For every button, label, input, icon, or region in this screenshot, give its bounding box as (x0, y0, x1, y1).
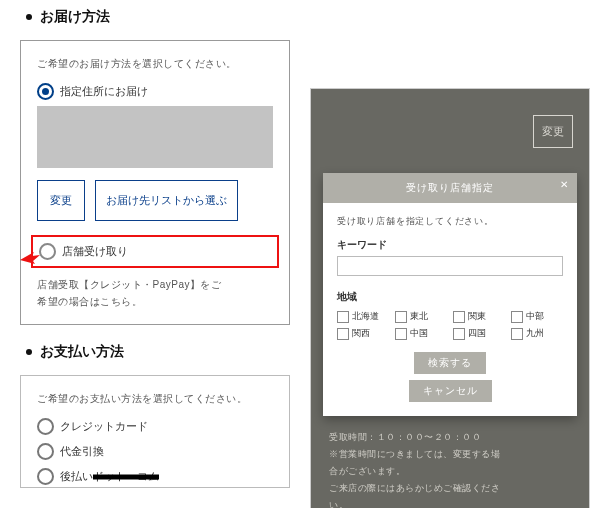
region-checkbox-北海道[interactable]: 北海道 (337, 310, 389, 323)
checkbox-icon (395, 328, 407, 340)
checkbox-icon (337, 328, 349, 340)
payment-panel: ご希望のお支払い方法を選択してください。 クレジットカード 代金引換 後払いドッ… (20, 375, 290, 488)
search-button[interactable]: 検索する (414, 352, 486, 374)
radio-unchecked-icon (37, 468, 54, 485)
delivery-panel: ご希望のお届け方法を選択してください。 指定住所にお届け 変更 お届け先リストか… (20, 40, 290, 325)
region-label: 東北 (410, 310, 428, 323)
section-title-delivery: お届け方法 (26, 8, 290, 26)
section-title-payment: お支払い方法 (26, 343, 290, 361)
radio-label: 代金引換 (60, 444, 104, 459)
region-label: 九州 (526, 327, 544, 340)
checkbox-icon (395, 311, 407, 323)
region-checkbox-中部[interactable]: 中部 (511, 310, 563, 323)
radio-deferred-payment[interactable]: 後払いドット・コム (37, 468, 273, 485)
mobile-modal-backdrop: 変更 受取時間：１０：００〜２０：００ ※営業時間につきましては、変更する場 合… (310, 88, 590, 508)
payment-instruction: ご希望のお支払い方法を選択してください。 (37, 392, 273, 406)
radio-credit-card[interactable]: クレジットカード (37, 418, 273, 435)
radio-unchecked-icon (37, 443, 54, 460)
region-checkbox-九州[interactable]: 九州 (511, 327, 563, 340)
region-label: 北海道 (352, 310, 379, 323)
region-checkbox-中国[interactable]: 中国 (395, 327, 447, 340)
checkbox-icon (511, 328, 523, 340)
pickup-store-modal: 受け取り店舗指定 ✕ 受け取り店舗を指定してください。 キーワード 地域 北海道… (323, 173, 577, 416)
cancel-button[interactable]: キャンセル (409, 380, 492, 402)
checkbox-icon (453, 311, 465, 323)
region-label: 中国 (410, 327, 428, 340)
close-icon[interactable]: ✕ (560, 179, 569, 190)
address-preview-box (37, 106, 273, 168)
radio-unchecked-icon (39, 243, 56, 260)
radio-label: 後払いドット・コム (60, 469, 159, 484)
radio-checked-icon (37, 83, 54, 100)
region-label: 四国 (468, 327, 486, 340)
radio-label: 指定住所にお届け (60, 84, 148, 99)
store-pickup-highlight: 店舗受け取り (31, 235, 279, 268)
radio-label: クレジットカード (60, 419, 148, 434)
region-label: 関東 (468, 310, 486, 323)
radio-unchecked-icon (37, 418, 54, 435)
store-pickup-note: 店舗受取【クレジット・PayPay】をご 希望の場合はこちら。 (37, 276, 273, 310)
delivery-instruction: ご希望のお届け方法を選択してください。 (37, 57, 273, 71)
radio-label: 店舗受け取り (62, 244, 128, 259)
pick-from-address-list-button[interactable]: お届け先リストから選ぶ (95, 180, 238, 221)
checkbox-icon (337, 311, 349, 323)
radio-store-pickup[interactable]: 店舗受け取り (39, 243, 271, 260)
region-label: 関西 (352, 327, 370, 340)
checkbox-icon (511, 311, 523, 323)
background-store-hours-text: 受取時間：１０：００〜２０：００ ※営業時間につきましては、変更する場 合がござ… (329, 429, 571, 508)
change-address-button[interactable]: 変更 (37, 180, 85, 221)
region-checkbox-東北[interactable]: 東北 (395, 310, 447, 323)
keyword-label: キーワード (337, 238, 563, 252)
modal-instruction: 受け取り店舗を指定してください。 (337, 215, 563, 228)
region-checkbox-関西[interactable]: 関西 (337, 327, 389, 340)
modal-title-bar: 受け取り店舗指定 ✕ (323, 173, 577, 203)
region-checkbox-関東[interactable]: 関東 (453, 310, 505, 323)
checkbox-icon (453, 328, 465, 340)
radio-deliver-to-address[interactable]: 指定住所にお届け (37, 83, 273, 100)
region-label: 地域 (337, 290, 563, 304)
back-change-button[interactable]: 変更 (533, 115, 573, 148)
modal-title: 受け取り店舗指定 (406, 182, 494, 193)
keyword-input[interactable] (337, 256, 563, 276)
region-label: 中部 (526, 310, 544, 323)
radio-cash-on-delivery[interactable]: 代金引換 (37, 443, 273, 460)
region-checkbox-四国[interactable]: 四国 (453, 327, 505, 340)
